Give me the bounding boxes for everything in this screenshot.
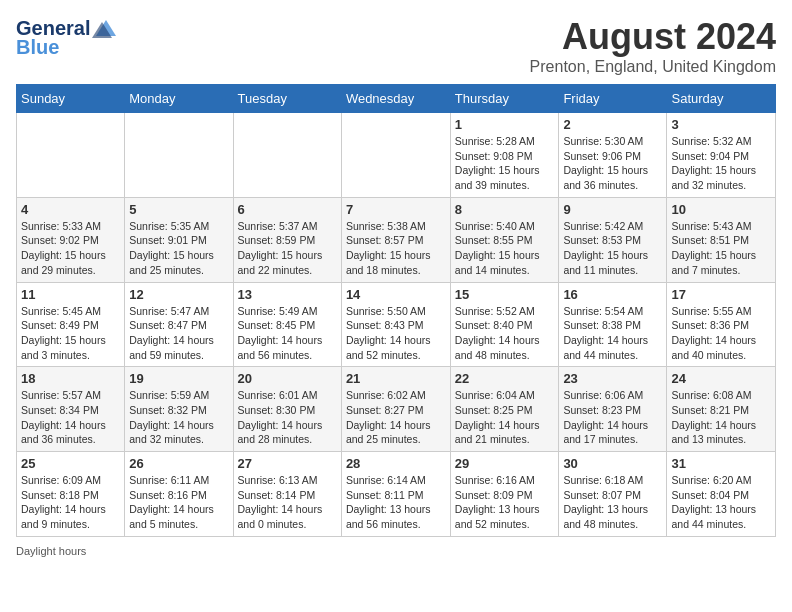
day-info: Sunrise: 5:33 AM Sunset: 9:02 PM Dayligh… [21,219,120,278]
day-info: Sunrise: 6:06 AM Sunset: 8:23 PM Dayligh… [563,388,662,447]
day-info: Sunrise: 5:52 AM Sunset: 8:40 PM Dayligh… [455,304,555,363]
calendar-cell: 28Sunrise: 6:14 AM Sunset: 8:11 PM Dayli… [341,452,450,537]
day-number: 31 [671,456,771,471]
day-number: 22 [455,371,555,386]
page-header: General Blue August 2024 Prenton, Englan… [16,16,776,76]
day-info: Sunrise: 6:02 AM Sunset: 8:27 PM Dayligh… [346,388,446,447]
logo-icon [92,16,120,40]
calendar-cell: 1Sunrise: 5:28 AM Sunset: 9:08 PM Daylig… [450,113,559,198]
calendar-cell: 4Sunrise: 5:33 AM Sunset: 9:02 PM Daylig… [17,197,125,282]
day-number: 29 [455,456,555,471]
calendar-week-2: 4Sunrise: 5:33 AM Sunset: 9:02 PM Daylig… [17,197,776,282]
day-info: Sunrise: 6:08 AM Sunset: 8:21 PM Dayligh… [671,388,771,447]
calendar-cell [341,113,450,198]
day-number: 16 [563,287,662,302]
calendar-cell: 2Sunrise: 5:30 AM Sunset: 9:06 PM Daylig… [559,113,667,198]
calendar-cell: 25Sunrise: 6:09 AM Sunset: 8:18 PM Dayli… [17,452,125,537]
calendar-cell: 6Sunrise: 5:37 AM Sunset: 8:59 PM Daylig… [233,197,341,282]
day-info: Sunrise: 5:37 AM Sunset: 8:59 PM Dayligh… [238,219,337,278]
day-info: Sunrise: 5:57 AM Sunset: 8:34 PM Dayligh… [21,388,120,447]
day-info: Sunrise: 6:13 AM Sunset: 8:14 PM Dayligh… [238,473,337,532]
day-number: 20 [238,371,337,386]
day-info: Sunrise: 5:54 AM Sunset: 8:38 PM Dayligh… [563,304,662,363]
day-number: 11 [21,287,120,302]
logo-blue-text: Blue [16,36,59,59]
day-info: Sunrise: 5:38 AM Sunset: 8:57 PM Dayligh… [346,219,446,278]
calendar-week-4: 18Sunrise: 5:57 AM Sunset: 8:34 PM Dayli… [17,367,776,452]
footer-note: Daylight hours [16,545,776,557]
day-number: 1 [455,117,555,132]
day-number: 7 [346,202,446,217]
day-number: 15 [455,287,555,302]
day-number: 19 [129,371,228,386]
day-number: 4 [21,202,120,217]
day-number: 26 [129,456,228,471]
calendar-cell [125,113,233,198]
calendar-cell: 8Sunrise: 5:40 AM Sunset: 8:55 PM Daylig… [450,197,559,282]
day-info: Sunrise: 6:11 AM Sunset: 8:16 PM Dayligh… [129,473,228,532]
calendar-header-thursday: Thursday [450,85,559,113]
day-number: 13 [238,287,337,302]
calendar-cell: 23Sunrise: 6:06 AM Sunset: 8:23 PM Dayli… [559,367,667,452]
day-info: Sunrise: 6:20 AM Sunset: 8:04 PM Dayligh… [671,473,771,532]
calendar-cell: 22Sunrise: 6:04 AM Sunset: 8:25 PM Dayli… [450,367,559,452]
day-number: 12 [129,287,228,302]
calendar-cell: 14Sunrise: 5:50 AM Sunset: 8:43 PM Dayli… [341,282,450,367]
day-info: Sunrise: 6:01 AM Sunset: 8:30 PM Dayligh… [238,388,337,447]
calendar-week-1: 1Sunrise: 5:28 AM Sunset: 9:08 PM Daylig… [17,113,776,198]
day-info: Sunrise: 5:40 AM Sunset: 8:55 PM Dayligh… [455,219,555,278]
calendar-week-5: 25Sunrise: 6:09 AM Sunset: 8:18 PM Dayli… [17,452,776,537]
calendar-cell: 15Sunrise: 5:52 AM Sunset: 8:40 PM Dayli… [450,282,559,367]
calendar-cell: 12Sunrise: 5:47 AM Sunset: 8:47 PM Dayli… [125,282,233,367]
day-info: Sunrise: 5:28 AM Sunset: 9:08 PM Dayligh… [455,134,555,193]
calendar-cell: 29Sunrise: 6:16 AM Sunset: 8:09 PM Dayli… [450,452,559,537]
day-info: Sunrise: 5:50 AM Sunset: 8:43 PM Dayligh… [346,304,446,363]
calendar-cell: 13Sunrise: 5:49 AM Sunset: 8:45 PM Dayli… [233,282,341,367]
day-number: 23 [563,371,662,386]
calendar-header-monday: Monday [125,85,233,113]
title-section: August 2024 Prenton, England, United Kin… [530,16,776,76]
day-number: 25 [21,456,120,471]
day-number: 28 [346,456,446,471]
location: Prenton, England, United Kingdom [530,58,776,76]
day-info: Sunrise: 5:42 AM Sunset: 8:53 PM Dayligh… [563,219,662,278]
day-number: 18 [21,371,120,386]
calendar-header-friday: Friday [559,85,667,113]
month-title: August 2024 [530,16,776,58]
day-info: Sunrise: 5:43 AM Sunset: 8:51 PM Dayligh… [671,219,771,278]
calendar-cell [233,113,341,198]
day-info: Sunrise: 6:18 AM Sunset: 8:07 PM Dayligh… [563,473,662,532]
calendar-header-tuesday: Tuesday [233,85,341,113]
day-info: Sunrise: 6:14 AM Sunset: 8:11 PM Dayligh… [346,473,446,532]
calendar-cell: 7Sunrise: 5:38 AM Sunset: 8:57 PM Daylig… [341,197,450,282]
day-info: Sunrise: 6:09 AM Sunset: 8:18 PM Dayligh… [21,473,120,532]
day-number: 5 [129,202,228,217]
calendar-cell [17,113,125,198]
logo: General Blue [16,16,120,59]
day-info: Sunrise: 6:04 AM Sunset: 8:25 PM Dayligh… [455,388,555,447]
day-info: Sunrise: 5:45 AM Sunset: 8:49 PM Dayligh… [21,304,120,363]
day-number: 3 [671,117,771,132]
calendar-table: SundayMondayTuesdayWednesdayThursdayFrid… [16,84,776,537]
day-number: 17 [671,287,771,302]
day-info: Sunrise: 5:55 AM Sunset: 8:36 PM Dayligh… [671,304,771,363]
calendar-cell: 18Sunrise: 5:57 AM Sunset: 8:34 PM Dayli… [17,367,125,452]
day-number: 27 [238,456,337,471]
day-number: 8 [455,202,555,217]
calendar-cell: 5Sunrise: 5:35 AM Sunset: 9:01 PM Daylig… [125,197,233,282]
calendar-cell: 3Sunrise: 5:32 AM Sunset: 9:04 PM Daylig… [667,113,776,198]
day-info: Sunrise: 6:16 AM Sunset: 8:09 PM Dayligh… [455,473,555,532]
day-info: Sunrise: 5:59 AM Sunset: 8:32 PM Dayligh… [129,388,228,447]
calendar-cell: 20Sunrise: 6:01 AM Sunset: 8:30 PM Dayli… [233,367,341,452]
day-info: Sunrise: 5:35 AM Sunset: 9:01 PM Dayligh… [129,219,228,278]
calendar-cell: 21Sunrise: 6:02 AM Sunset: 8:27 PM Dayli… [341,367,450,452]
calendar-cell: 17Sunrise: 5:55 AM Sunset: 8:36 PM Dayli… [667,282,776,367]
day-info: Sunrise: 5:49 AM Sunset: 8:45 PM Dayligh… [238,304,337,363]
calendar-cell: 27Sunrise: 6:13 AM Sunset: 8:14 PM Dayli… [233,452,341,537]
calendar-cell: 26Sunrise: 6:11 AM Sunset: 8:16 PM Dayli… [125,452,233,537]
calendar-header-row: SundayMondayTuesdayWednesdayThursdayFrid… [17,85,776,113]
calendar-cell: 10Sunrise: 5:43 AM Sunset: 8:51 PM Dayli… [667,197,776,282]
day-info: Sunrise: 5:32 AM Sunset: 9:04 PM Dayligh… [671,134,771,193]
day-info: Sunrise: 5:30 AM Sunset: 9:06 PM Dayligh… [563,134,662,193]
day-number: 2 [563,117,662,132]
